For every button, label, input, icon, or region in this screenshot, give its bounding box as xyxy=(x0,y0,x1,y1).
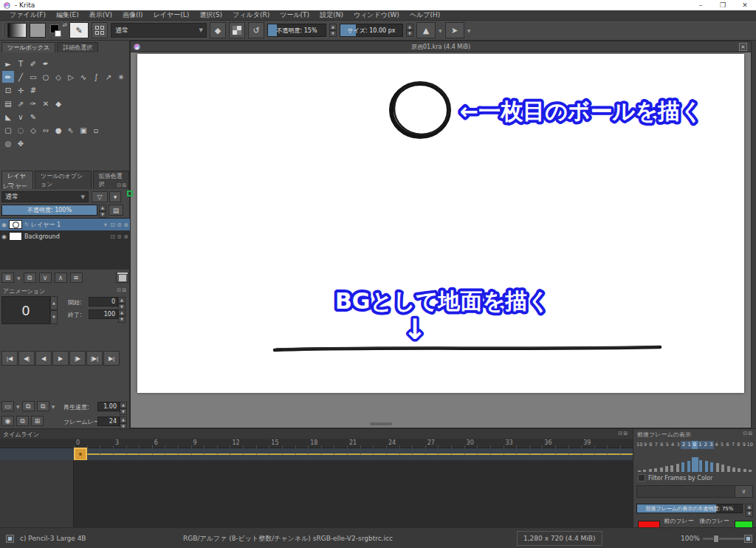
bezier-curve-tool[interactable]: ∿ xyxy=(78,71,89,83)
mirror-horizontal-button[interactable]: ▲ xyxy=(416,22,436,38)
opacity-spinner[interactable]: ▲▼ xyxy=(329,24,337,37)
onion-number-7[interactable]: 3 xyxy=(676,441,681,449)
menu-item-10[interactable]: ヘルプ(H) xyxy=(405,10,445,20)
gradient-tool[interactable]: ▤ xyxy=(2,97,14,109)
speed-spinner[interactable]: ▲▼ xyxy=(120,402,127,411)
onion-number-1[interactable]: 9 xyxy=(642,441,647,449)
alpha-lock-icon[interactable]: α xyxy=(117,233,121,240)
new-frame-button[interactable]: ▭ xyxy=(1,401,14,411)
filter-frames-checkbox[interactable] xyxy=(638,474,645,482)
brush-preset-button[interactable]: ✎ xyxy=(69,22,89,38)
start-input[interactable]: 0 xyxy=(89,297,118,306)
background-color[interactable] xyxy=(55,30,61,37)
menu-item-7[interactable]: ツール(T) xyxy=(275,10,315,20)
assistants-tool[interactable]: ◣ xyxy=(2,111,14,123)
timeline-frame-39[interactable] xyxy=(581,448,594,460)
zoom-slider[interactable] xyxy=(703,528,746,548)
timeline-frame-2[interactable] xyxy=(100,448,113,460)
add-layer-button[interactable]: ⊞ xyxy=(1,273,14,283)
new-frame-dropdown-arrow[interactable]: ▼ xyxy=(16,404,20,409)
timeline-frame-31[interactable] xyxy=(477,448,490,460)
onion-number-9[interactable]: 1 xyxy=(687,441,692,449)
timeline-frame-22[interactable] xyxy=(360,448,374,460)
text-tool[interactable]: T xyxy=(15,58,27,69)
timeline-frame-21[interactable] xyxy=(347,448,360,460)
blend-mode-dropdown[interactable]: 通常 ▼ xyxy=(111,23,207,38)
current-brush-label[interactable]: c) Pencil-3 Large 4B xyxy=(20,528,86,548)
timeline-frame-29[interactable] xyxy=(451,448,464,460)
onion-opacity-bars[interactable] xyxy=(636,451,753,472)
close-document-icon[interactable]: ✕ xyxy=(739,43,747,51)
layer-properties-button[interactable]: ≡ xyxy=(70,273,83,283)
start-spinner[interactable]: ▲▼ xyxy=(118,297,126,306)
layer-properties-button[interactable]: ▤ xyxy=(109,205,123,216)
bezier-select-tool[interactable]: ▣ xyxy=(78,124,89,136)
onion-bar-10[interactable] xyxy=(692,451,698,472)
line-tool[interactable]: ╱ xyxy=(15,71,27,83)
onion-color-dropdown[interactable]: ∨ xyxy=(636,485,753,498)
timeline-frame-16[interactable] xyxy=(282,448,295,460)
edit-shapes-tool[interactable]: ✐ xyxy=(27,58,39,69)
multibrush-tool[interactable]: ✳ xyxy=(115,71,127,83)
menu-item-5[interactable]: 選択(S) xyxy=(194,10,227,20)
eraser-mode-button[interactable]: ◆ xyxy=(210,22,226,38)
similar-color-select-tool[interactable]: ● xyxy=(52,124,64,136)
onion-opacity-slider[interactable]: 前後フレームの表示の不透明度: 75% xyxy=(636,504,743,513)
contiguous-select-tool[interactable]: ⇖ xyxy=(65,124,77,136)
current-frame-spinner[interactable]: ▲▼ xyxy=(50,296,58,324)
onion-bar-19[interactable] xyxy=(742,451,747,472)
brush-editor-button[interactable] xyxy=(92,22,108,38)
onion-bar-15[interactable] xyxy=(720,451,725,472)
layer-blend-mode-dropdown[interactable]: 通常 ▼ xyxy=(1,191,89,202)
minimize-button[interactable]: – xyxy=(690,0,712,10)
onion-number-5[interactable]: 5 xyxy=(664,441,670,449)
animation-docker-buttons[interactable]: ⊟⊠ xyxy=(117,287,127,293)
timeline-frame-41[interactable] xyxy=(607,448,620,460)
maximize-button[interactable]: ❒ xyxy=(712,0,734,10)
timeline-frame-10[interactable] xyxy=(204,448,217,460)
timeline-frame-35[interactable] xyxy=(529,448,543,460)
onion-number-20[interactable]: 10 xyxy=(747,441,753,449)
keyframe-frame-0[interactable] xyxy=(74,448,87,461)
onion-bar-12[interactable] xyxy=(704,451,709,472)
drop-frames-button[interactable]: ⧉ xyxy=(16,416,29,426)
measure-assistant-tool[interactable]: ∨ xyxy=(15,111,27,123)
move-layer-up-button[interactable]: ∧ xyxy=(55,273,67,283)
layer-filter-button[interactable]: ▽ xyxy=(92,191,108,202)
onion-bar-17[interactable] xyxy=(731,451,736,472)
transform-tool[interactable]: ⊡ xyxy=(2,84,14,96)
fill-tool[interactable]: ◆ xyxy=(52,97,64,109)
onion-number-10[interactable]: 0 xyxy=(692,441,697,449)
layers-docker-buttons[interactable]: ⊟⊠ xyxy=(117,182,127,188)
timeline-frame-28[interactable] xyxy=(438,448,451,460)
layer-thumbnail[interactable] xyxy=(9,232,22,241)
inherit-alpha-icon[interactable]: ⊕ xyxy=(123,222,128,228)
current-frame-box[interactable]: 0 xyxy=(1,296,50,324)
lock-icon[interactable]: ⊡ xyxy=(110,233,115,240)
remove-frame-button[interactable]: ⧉ xyxy=(37,401,49,411)
canvas-titlebar[interactable]: 原画01.kra (4.4 MiB) ✕ xyxy=(131,41,751,52)
timeline-frame-27[interactable] xyxy=(425,448,439,460)
timeline-frame-13[interactable] xyxy=(243,448,256,460)
opacity-slider[interactable]: 不透明度: 15% xyxy=(267,24,326,37)
tab-toolbox[interactable]: ツールボックス xyxy=(1,42,55,52)
onion-number-4[interactable]: 6 xyxy=(659,441,664,449)
onion-number-12[interactable]: 2 xyxy=(703,441,708,449)
ellipse-tool[interactable]: ○ xyxy=(40,71,52,83)
canvas[interactable]: ←一枚目のボールを描く BGとして地面を描く ↓ xyxy=(137,54,744,393)
reference-images-tool[interactable]: ✎ xyxy=(27,111,39,123)
elliptical-select-tool[interactable]: ◌ xyxy=(15,124,27,136)
onion-number-2[interactable]: 8 xyxy=(648,441,653,449)
swap-colors-icon[interactable]: ⇄ xyxy=(62,22,66,28)
timeline-frame-6[interactable] xyxy=(152,448,165,460)
onion-number-6[interactable]: 4 xyxy=(670,441,675,449)
timeline-frame-15[interactable] xyxy=(269,448,282,460)
timeline-frame-20[interactable] xyxy=(334,448,347,460)
onion-bar-2[interactable] xyxy=(647,451,653,472)
timeline-frame-3[interactable] xyxy=(113,448,126,460)
selection-mode-icon[interactable] xyxy=(6,528,14,548)
onion-bar-1[interactable] xyxy=(642,451,647,472)
remove-frame-dropdown-arrow[interactable]: ▼ xyxy=(52,404,55,409)
onion-number-16[interactable]: 6 xyxy=(725,441,730,449)
timeline-frame-11[interactable] xyxy=(217,448,230,460)
